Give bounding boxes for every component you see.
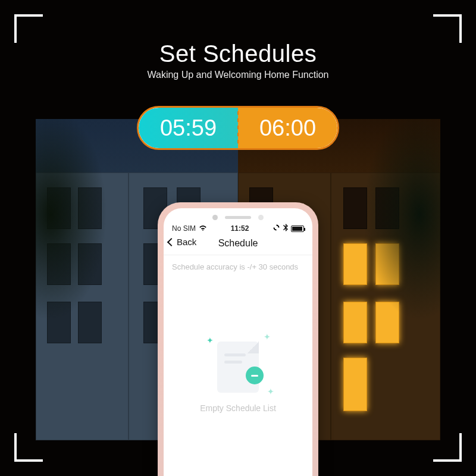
wifi-icon bbox=[199, 224, 207, 233]
back-button[interactable]: Back bbox=[168, 237, 196, 247]
time-pill: 05:59 06:00 bbox=[137, 106, 339, 150]
accuracy-hint: Schedule accuracy is -/+ 30 seconds bbox=[164, 255, 312, 278]
empty-label: Empty Schedule List bbox=[200, 403, 276, 413]
hero-title: Set Schedules bbox=[0, 40, 476, 67]
phone-mockup: No SIM 11:52 Back Schedule bbox=[158, 202, 318, 476]
time-before: 05:59 bbox=[139, 108, 238, 148]
page-title: Schedule bbox=[218, 238, 258, 249]
hero-subtitle: Waking Up and Welcoming Home Function bbox=[0, 70, 476, 80]
battery-icon bbox=[291, 226, 304, 232]
time-after: 06:00 bbox=[238, 108, 337, 148]
bluetooth-icon bbox=[283, 224, 288, 233]
status-clock: 11:52 bbox=[231, 224, 249, 233]
back-label: Back bbox=[177, 237, 196, 247]
sync-icon bbox=[273, 224, 280, 233]
hero-heading: Set Schedules Waking Up and Welcoming Ho… bbox=[0, 40, 476, 80]
carrier-label: No SIM bbox=[172, 224, 196, 233]
chevron-left-icon bbox=[167, 237, 176, 246]
empty-schedule-icon: ✦✦✦ bbox=[217, 342, 259, 393]
phone-hardware bbox=[212, 215, 264, 220]
empty-state: ✦✦✦ Empty Schedule List bbox=[164, 342, 312, 413]
status-bar: No SIM 11:52 bbox=[164, 211, 312, 234]
nav-bar: Back Schedule bbox=[164, 234, 312, 255]
